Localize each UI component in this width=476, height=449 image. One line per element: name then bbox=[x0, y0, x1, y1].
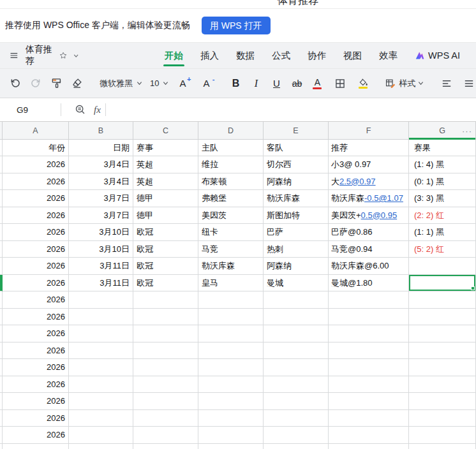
cell[interactable] bbox=[264, 376, 329, 394]
cell[interactable] bbox=[69, 325, 133, 342]
cell[interactable] bbox=[198, 309, 264, 326]
cell[interactable] bbox=[409, 410, 476, 427]
italic-button[interactable]: I bbox=[248, 75, 264, 92]
cell[interactable] bbox=[69, 342, 133, 360]
cell[interactable]: 巴萨@0.86 bbox=[329, 224, 409, 241]
column-header-E[interactable]: E bbox=[264, 122, 329, 139]
column-header-A[interactable]: A bbox=[3, 122, 69, 139]
cell[interactable]: 2026 bbox=[3, 156, 69, 173]
cell[interactable] bbox=[329, 376, 409, 394]
cell[interactable] bbox=[69, 309, 133, 326]
cell[interactable] bbox=[409, 444, 476, 449]
cell[interactable]: 2026 bbox=[3, 427, 69, 444]
format-painter-button[interactable] bbox=[48, 75, 64, 92]
cell[interactable]: 3月4日 bbox=[69, 156, 133, 173]
cell[interactable]: 英超 bbox=[133, 156, 198, 173]
column-header-D[interactable]: D bbox=[198, 122, 264, 139]
cell[interactable] bbox=[133, 359, 198, 376]
cell[interactable] bbox=[329, 359, 409, 376]
cell[interactable]: 布莱顿 bbox=[198, 173, 264, 191]
column-header-C[interactable]: C bbox=[133, 122, 198, 139]
cell[interactable]: 勒沃库森 bbox=[264, 190, 329, 207]
cell[interactable]: 2026 bbox=[3, 258, 69, 275]
cell[interactable] bbox=[133, 291, 198, 309]
align-center-button[interactable] bbox=[461, 75, 476, 92]
cell[interactable]: 2026 bbox=[3, 291, 69, 309]
open-in-wps-button[interactable]: 用 WPS 打开 bbox=[202, 17, 271, 34]
align-left-button[interactable] bbox=[438, 75, 455, 92]
name-box[interactable]: G9 bbox=[0, 105, 56, 115]
tab-efficiency[interactable]: 效率 bbox=[378, 43, 399, 68]
cell[interactable] bbox=[409, 359, 476, 376]
cell[interactable]: 纽卡 bbox=[198, 224, 264, 241]
cell[interactable]: (3: 3) 黑 bbox=[409, 190, 476, 207]
cell[interactable]: 斯图加特 bbox=[264, 207, 329, 224]
cell[interactable]: 大2.5@0.97 bbox=[329, 173, 409, 191]
cell[interactable]: 马竞@0.94 bbox=[329, 241, 409, 258]
cell[interactable] bbox=[264, 359, 329, 376]
cell[interactable]: 马竞 bbox=[198, 241, 264, 258]
cell[interactable] bbox=[133, 393, 198, 410]
cell[interactable]: 3月10日 bbox=[69, 241, 133, 258]
cell[interactable] bbox=[198, 325, 264, 342]
hyperlink[interactable]: -0.5@1.07 bbox=[364, 193, 403, 203]
cell[interactable]: 2026 bbox=[3, 224, 69, 241]
cell[interactable]: 2026 bbox=[3, 376, 69, 394]
cell[interactable]: (2: 2) 红 bbox=[409, 207, 476, 224]
cell[interactable] bbox=[198, 427, 264, 444]
cell[interactable]: 2026 bbox=[3, 393, 69, 410]
cell[interactable]: (1: 4) 黑 bbox=[409, 156, 476, 173]
underline-button[interactable]: U bbox=[268, 75, 285, 92]
cell[interactable] bbox=[329, 393, 409, 410]
cell[interactable] bbox=[264, 309, 329, 326]
redo-button[interactable] bbox=[27, 75, 44, 92]
cell[interactable] bbox=[69, 410, 133, 427]
cell[interactable] bbox=[409, 325, 476, 342]
font-color-button[interactable]: A bbox=[309, 75, 325, 92]
cell[interactable]: 德甲 bbox=[133, 190, 198, 207]
cell[interactable]: 欧冠 bbox=[133, 258, 198, 275]
cell[interactable] bbox=[409, 393, 476, 410]
cell[interactable]: 美因茨 bbox=[198, 207, 264, 224]
cell[interactable]: 曼城 bbox=[264, 275, 329, 292]
cell[interactable]: (5: 2) 红 bbox=[409, 241, 476, 258]
cell[interactable] bbox=[69, 444, 133, 449]
cell[interactable] bbox=[69, 359, 133, 376]
cell[interactable]: 日期 bbox=[69, 140, 133, 156]
cell[interactable]: 曼城@1.80 bbox=[329, 275, 409, 292]
cell[interactable]: 赛果 bbox=[409, 140, 476, 156]
cell[interactable]: 巴萨 bbox=[264, 224, 329, 241]
increase-font-size-button[interactable]: A+ bbox=[174, 75, 191, 92]
cell[interactable]: 2026 bbox=[3, 410, 69, 427]
favorite-star-icon[interactable] bbox=[59, 50, 67, 61]
cell[interactable] bbox=[133, 342, 198, 360]
cell[interactable]: 欧冠 bbox=[133, 241, 198, 258]
cell[interactable]: 勒沃库森 bbox=[198, 258, 264, 275]
column-header-G[interactable]: G··· bbox=[409, 122, 476, 139]
cell[interactable] bbox=[329, 427, 409, 444]
cell[interactable] bbox=[133, 410, 198, 427]
cell[interactable] bbox=[329, 444, 409, 449]
cell[interactable]: 2026 bbox=[3, 275, 69, 292]
cell[interactable]: 皇马 bbox=[198, 275, 264, 292]
cell[interactable]: 欧冠 bbox=[133, 275, 198, 292]
cell[interactable] bbox=[264, 393, 329, 410]
cell[interactable] bbox=[409, 309, 476, 326]
strikethrough-button[interactable]: ab bbox=[288, 75, 305, 92]
cell[interactable] bbox=[264, 410, 329, 427]
active-cell[interactable] bbox=[409, 275, 476, 292]
cell[interactable] bbox=[198, 393, 264, 410]
borders-button[interactable] bbox=[332, 75, 348, 92]
cell[interactable]: (0: 1) 黑 bbox=[409, 173, 476, 191]
decrease-font-size-button[interactable]: A- bbox=[198, 75, 214, 92]
cell[interactable] bbox=[329, 410, 409, 427]
cell[interactable] bbox=[133, 444, 198, 449]
cell[interactable]: 英超 bbox=[133, 173, 198, 191]
cell[interactable] bbox=[329, 342, 409, 360]
cell[interactable] bbox=[133, 309, 198, 326]
cell[interactable]: 3月7日 bbox=[69, 190, 133, 207]
cell[interactable]: 勒沃库森-0.5@1.07 bbox=[329, 190, 409, 207]
cell-style-dropdown[interactable]: 样式 bbox=[381, 75, 428, 92]
cell[interactable]: 德甲 bbox=[133, 207, 198, 224]
cell[interactable] bbox=[198, 291, 264, 309]
